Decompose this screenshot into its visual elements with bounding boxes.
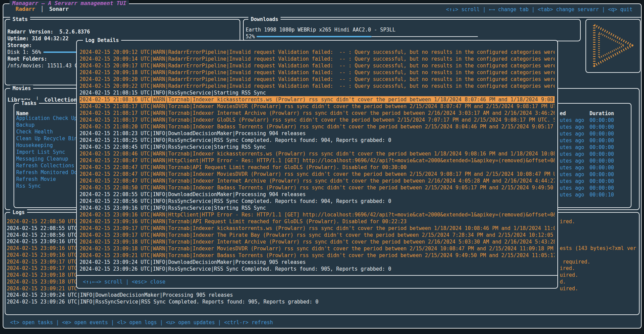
download-progress-rest: [372, 36, 478, 37]
log-detail-line[interactable]: 2024-02-15 21:08:23 UTC|INFO|DownloadDec…: [80, 130, 555, 137]
modal-footer-divider: [77, 275, 557, 276]
stats-version: Radarr Version: 5.2.6.8376: [7, 28, 231, 35]
log-detail-line[interactable]: 2024-02-15 20:09:20 UTC|WARN|RadarrError…: [80, 76, 555, 83]
log-entry-fragment: uired.: [560, 272, 638, 279]
log-detail-line[interactable]: 2024-02-15 22:08:55 UTC|INFO|DownloadDec…: [80, 191, 555, 198]
log-detail-line[interactable]: 2024-02-15 23:09:17 UTC|WARN|Torznab|Ind…: [80, 232, 555, 238]
downloads-title: Downloads: [248, 16, 281, 23]
logo-panel: [585, 19, 641, 73]
task-times-row: utes ago00:00:00: [560, 164, 631, 171]
log-detail-line[interactable]: 2024-02-15 23:09:18 UTC|WARN|Torznab|Ind…: [80, 245, 555, 252]
movies-title: Movies: [10, 85, 33, 92]
log-detail-line[interactable]: 2024-02-15 22:08:46 UTC|WARN|Torznab|Ind…: [80, 150, 555, 157]
download-item-name: Earth 1998 1080p WEBRip x265 Hindi AAC2.…: [246, 26, 571, 33]
task-times-row: utes ago00:00:00: [560, 151, 631, 158]
tab-collections[interactable]: Collections: [44, 96, 80, 104]
log-detail-line[interactable]: 2024-02-15 22:08:47 UTC|WARN|Torznab|Ind…: [80, 171, 555, 178]
log-detail-line[interactable]: 2024-02-15 23:09:16 UTC|INFO|RssSyncServ…: [80, 205, 555, 211]
log-right-fragments: ired.ests (143 bytes)<?xml ver required.…: [560, 218, 638, 292]
task-times-row: utes ago00:00:00: [560, 185, 631, 191]
task-times-row: utes ago00:00:00: [560, 144, 631, 151]
log-detail-line[interactable]: 2024-02-15 21:08:17 UTC|WARN|Torznab|Ind…: [80, 117, 555, 123]
servarr-tabs: Radarr │ Sonarr: [16, 5, 69, 13]
log-detail-line[interactable]: 2024-02-15 23:09:24 UTC|INFO|DownloadDec…: [80, 259, 555, 266]
log-detail-line[interactable]: 2024-02-15 21:08:15 UTC|INFO|RssSyncServ…: [80, 89, 555, 96]
task-times-row: utes ago00:00:00: [560, 124, 631, 130]
stats-title: Stats: [10, 16, 30, 23]
task-times-list: utes ago00:00:00utes ago00:00:00utes ago…: [560, 117, 631, 198]
log-detail-line[interactable]: 2024-02-15 21:08:17 UTC|WARN|Torznab|Ind…: [80, 103, 555, 110]
log-entry-fragment: [560, 238, 638, 245]
log-detail-line[interactable]: 2024-02-15 22:08:47 UTC|WARN|Torznab|Ind…: [80, 178, 555, 184]
log-details-list[interactable]: 2024-02-15 20:09:12 UTC|WARN|RadarrError…: [80, 49, 555, 272]
tab-sonarr[interactable]: Sonarr: [49, 5, 69, 13]
log-detail-line[interactable]: 2024-02-15 20:09:17 UTC|WARN|RadarrError…: [80, 62, 555, 69]
log-details-title: Log Details: [83, 37, 121, 44]
tasks-executed-header: ed: [560, 110, 580, 117]
downloads-panel: Downloads Earth 1998 1080p WEBRip x265 H…: [243, 19, 581, 41]
task-times-row: utes ago00:00:00: [560, 117, 631, 124]
log-detail-line[interactable]: 2024-02-15 23:09:18 UTC|WARN|Torznab|Ind…: [80, 238, 555, 245]
titlebar-divider: [3, 17, 642, 18]
log-detail-line[interactable]: 2024-02-15 22:08:50 UTC|WARN|Torznab|Ind…: [80, 184, 555, 191]
log-detail-line[interactable]: 2024-02-15 22:08:45 UTC|INFO|RssSyncServ…: [80, 144, 555, 150]
task-times-row: utes ago00:00:00: [560, 158, 631, 164]
tasks-title: Tasks: [19, 100, 39, 107]
log-entry-fragment: ired.: [560, 218, 638, 225]
task-times-row: utes ago00:00:00: [560, 137, 631, 144]
log-detail-line[interactable]: 2024-02-15 22:08:56 UTC|INFO|RssSyncServ…: [80, 198, 555, 205]
log-detail-line[interactable]: 2024-02-15 20:09:18 UTC|WARN|RadarrError…: [80, 69, 555, 76]
tab-separator: │: [41, 5, 44, 13]
log-entry-fragment: d.: [560, 279, 638, 286]
log-detail-line[interactable]: 2024-02-15 22:08:47 UTC|WARN|HttpClient|…: [80, 157, 555, 164]
bottom-keybindings: <t> open tasks | <e> open events | <l> o…: [10, 319, 552, 326]
log-entry[interactable]: 2024-02-15 23:09:24 UTC|INFO|DownloadDec…: [7, 292, 636, 299]
logs-title: Logs: [10, 209, 27, 216]
managarr-logo: [591, 23, 636, 68]
tab-radarr[interactable]: Radarr: [16, 5, 35, 13]
download-progress-filled: [257, 36, 372, 37]
modal-keybindings: <↑↓←→> scroll | <esc> close: [83, 278, 286, 285]
log-detail-line[interactable]: 2024-02-15 23:09:16 UTC|WARN|Torznab|API…: [80, 218, 555, 225]
log-detail-line[interactable]: 2024-02-15 21:08:17 UTC|WARN|Torznab|Ind…: [80, 110, 555, 117]
task-times-row: utes ago00:00:00: [560, 130, 631, 137]
log-detail-line[interactable]: 2024-02-15 23:09:26 UTC|INFO|RssSyncServ…: [80, 266, 555, 272]
log-entry-fragment: ired.: [560, 265, 638, 272]
log-detail-line[interactable]: 2024-02-15 23:09:16 UTC|WARN|HttpClient|…: [80, 211, 555, 218]
log-detail-line[interactable]: 2024-02-15 21:08:16 UTC|WARN|Torznab|Ind…: [80, 96, 555, 103]
log-details-modal[interactable]: Log Details 2024-02-15 20:09:12 UTC|WARN…: [76, 40, 558, 289]
top-keybindings: <↑↓> scroll | ←→ change tab | <tab> chan…: [446, 6, 632, 13]
task-times-row: utes ago00:00:00: [560, 171, 631, 178]
task-times-row: utes ago00:00:10: [560, 191, 631, 198]
log-detail-line[interactable]: 2024-02-15 22:08:47 UTC|WARN|Torznab|API…: [80, 164, 555, 171]
log-entry-fragment: uired.: [560, 286, 638, 292]
log-detail-line[interactable]: 2024-02-15 21:08:25 UTC|INFO|RssSyncServ…: [80, 137, 555, 144]
log-detail-line[interactable]: 2024-02-15 23:09:21 UTC|WARN|Torznab|Ind…: [80, 252, 555, 259]
log-detail-line[interactable]: 2024-02-15 20:09:12 UTC|WARN|RadarrError…: [80, 49, 555, 56]
log-entry-fragment: [560, 252, 638, 259]
log-entry[interactable]: 2024-02-15 23:09:26 UTC|INFO|RssSyncServ…: [7, 299, 636, 306]
task-times-row: utes ago00:00:00: [560, 178, 631, 185]
log-detail-line[interactable]: 2024-02-15 23:09:17 UTC|WARN|Torznab|Ind…: [80, 225, 555, 232]
log-detail-line[interactable]: 2024-02-15 20:09:22 UTC|WARN|RadarrError…: [80, 83, 555, 89]
log-detail-line[interactable]: 2024-02-15 20:09:14 UTC|WARN|RadarrError…: [80, 56, 555, 62]
log-detail-line[interactable]: 2024-02-15 21:08:20 UTC|WARN|Torznab|Ind…: [80, 123, 555, 130]
log-entry-fragment: [560, 232, 638, 239]
log-entry-fragment: ests (143 bytes)<?xml ver: [560, 245, 638, 252]
log-entry-fragment: required.: [560, 259, 638, 266]
log-entry-fragment: [560, 225, 638, 232]
tasks-duration-header: Duration: [590, 110, 627, 117]
